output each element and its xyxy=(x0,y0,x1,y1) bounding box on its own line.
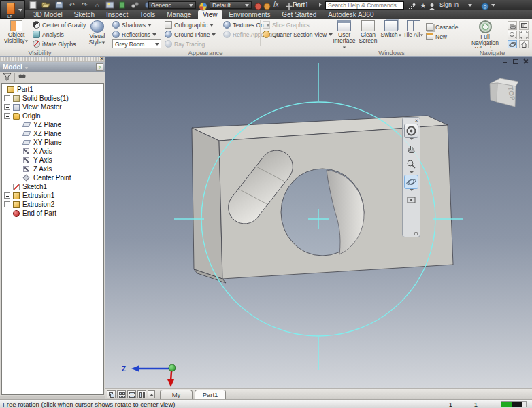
close-navbar-icon[interactable]: ✕ xyxy=(414,118,418,123)
home-icon[interactable]: ⌂ xyxy=(93,1,102,9)
tab-tools[interactable]: Tools xyxy=(135,10,160,19)
tile-all-button[interactable]: Tile All xyxy=(403,20,425,38)
zoom-window-button[interactable] xyxy=(519,21,529,30)
expand-toggle[interactable] xyxy=(4,95,10,101)
tree-item-extrusion1[interactable]: Extrusion1 xyxy=(2,191,103,200)
panel-label-navigate[interactable]: Navigate xyxy=(452,48,532,57)
graphics-viewport[interactable]: TOP Z X ✕ xyxy=(105,57,532,388)
expand-toggle[interactable] xyxy=(4,104,10,110)
tree-item-sketch1[interactable]: Sketch1 xyxy=(2,182,103,191)
chevron-right-icon[interactable] xyxy=(319,3,322,7)
imate-icon[interactable] xyxy=(131,1,140,9)
material-update-icon[interactable] xyxy=(118,1,127,9)
chevron-down-icon[interactable] xyxy=(491,4,495,7)
clean-screen-button[interactable]: Clean Screen xyxy=(356,20,380,44)
tab-my-home[interactable]: My Home xyxy=(160,390,193,400)
search-tree-icon[interactable] xyxy=(18,73,27,82)
chevron-down-icon[interactable] xyxy=(410,171,414,173)
navbar-options-grip[interactable] xyxy=(414,232,418,235)
tree-item-yz-plane[interactable]: YZ Plane xyxy=(2,120,103,129)
browser-grip-bar[interactable]: ✕ xyxy=(0,57,105,62)
help-icon[interactable]: ? xyxy=(481,3,491,10)
tree-item-view-master[interactable]: View: Master xyxy=(2,103,103,112)
user-interface-button[interactable]: User Interface xyxy=(333,20,356,50)
communication-center-icon[interactable] xyxy=(408,3,417,10)
material-style-combo[interactable]: Generic xyxy=(148,1,196,9)
tab-environments[interactable]: Environments xyxy=(224,10,275,19)
reflections-button[interactable]: Reflections xyxy=(112,30,161,39)
tree-item-extrusion2[interactable]: Extrusion2 xyxy=(2,200,103,209)
tab-autodesk-a360[interactable]: Autodesk A360 xyxy=(323,10,378,19)
parameters-fx-icon[interactable]: fx xyxy=(273,1,279,8)
favorites-star-icon[interactable]: ★ xyxy=(418,2,428,10)
analysis-button[interactable]: Analysis xyxy=(33,30,86,39)
expand-tab-list-button[interactable] xyxy=(148,390,155,398)
tab-part1[interactable]: Part1✕ xyxy=(195,390,226,400)
navbar-orbit-button[interactable] xyxy=(404,175,418,189)
browser-header[interactable]: Model xyxy=(0,62,105,72)
search-input[interactable] xyxy=(325,1,404,10)
scene-canvas[interactable]: TOP Z X xyxy=(105,57,532,388)
room-environment-combo[interactable]: Grey Room xyxy=(112,39,161,48)
switch-windows-button[interactable]: Switch xyxy=(380,20,402,38)
tab-view[interactable]: View xyxy=(198,10,222,19)
appearance-style-combo[interactable]: Default xyxy=(210,1,252,9)
quarter-section-view-button[interactable]: Quarter Section View xyxy=(263,30,333,39)
open-icon[interactable] xyxy=(41,1,51,9)
navbar-pan-button[interactable] xyxy=(404,141,418,156)
panel-label-appearance[interactable]: Appearance xyxy=(80,48,331,57)
arrange-horizontal-button[interactable] xyxy=(127,390,136,398)
imate-glyphs-button[interactable]: iMate Glyphs xyxy=(33,39,86,48)
tab-inspect[interactable]: Inspect xyxy=(101,10,133,19)
panel-label-visibility[interactable]: Visibility xyxy=(0,48,80,57)
tree-item-z-axis[interactable]: Z Axis xyxy=(2,165,103,173)
zoom-fit-button[interactable] xyxy=(519,31,529,39)
navbar-zoom-button[interactable] xyxy=(404,157,418,171)
chevron-down-icon[interactable] xyxy=(410,138,414,140)
application-menu-button[interactable]: LT xyxy=(0,0,25,19)
arrange-vertical-button[interactable] xyxy=(137,390,146,398)
sign-in-button[interactable]: Sign In xyxy=(439,1,459,8)
tree-item-end-of-part[interactable]: End of Part xyxy=(2,209,103,218)
object-visibility-button[interactable]: Object Visibility xyxy=(1,20,31,44)
collapse-toggle[interactable] xyxy=(4,113,10,119)
tree-item-part[interactable]: Part1 xyxy=(2,85,103,94)
chevron-down-icon[interactable] xyxy=(468,4,472,7)
pan-button[interactable] xyxy=(508,21,517,30)
center-of-gravity-button[interactable]: Center of Gravity xyxy=(33,20,86,29)
sign-in-avatar-icon[interactable] xyxy=(428,3,437,10)
undo-icon[interactable]: ↶ xyxy=(67,1,76,9)
close-panel-icon[interactable]: ✕ xyxy=(99,56,104,62)
adjust-red-icon[interactable] xyxy=(254,3,262,10)
tree-item-center-point[interactable]: Center Point xyxy=(2,173,103,182)
save-icon[interactable] xyxy=(54,1,64,9)
doc-restore-button[interactable] xyxy=(512,58,518,64)
doc-close-button[interactable] xyxy=(522,58,529,64)
chevron-down-icon[interactable] xyxy=(410,189,414,191)
zoom-button[interactable] xyxy=(508,31,517,39)
render-icon[interactable] xyxy=(105,1,115,9)
tree-item-y-axis[interactable]: Y Axis xyxy=(2,156,103,165)
tree-item-xy-plane[interactable]: XY Plane xyxy=(2,138,103,147)
tab-sketch[interactable]: Sketch xyxy=(69,10,100,19)
tree-item-x-axis[interactable]: X Axis xyxy=(2,147,103,156)
full-navigation-wheel-button[interactable]: Full Navigation Wheel xyxy=(466,20,504,52)
tab-3d-model[interactable]: 3D Model xyxy=(29,10,67,19)
navbar-look-at-button[interactable] xyxy=(404,192,418,207)
ground-plane-button[interactable]: Ground Plane xyxy=(165,30,216,39)
tree-item-solid-bodies[interactable]: Solid Bodies(1) xyxy=(2,94,103,103)
tile-windows-button[interactable] xyxy=(117,390,126,398)
tab-get-started[interactable]: Get Started xyxy=(277,10,321,19)
orthographic-button[interactable]: Orthographic xyxy=(165,20,216,29)
cascade-windows-button[interactable] xyxy=(107,390,116,398)
visual-style-button[interactable]: Visual Style xyxy=(83,20,112,46)
tree-item-origin[interactable]: Origin xyxy=(2,112,103,120)
tab-manage[interactable]: Manage xyxy=(162,10,196,19)
shadows-button[interactable]: Shadows xyxy=(112,20,161,29)
filter-icon[interactable] xyxy=(3,73,12,82)
new-document-icon[interactable] xyxy=(29,1,38,9)
adjust-orange-icon[interactable] xyxy=(263,3,271,10)
browser-help-button[interactable]: ? xyxy=(96,63,103,71)
expand-toggle[interactable] xyxy=(4,201,10,207)
navbar-wheel-button[interactable] xyxy=(404,124,418,138)
